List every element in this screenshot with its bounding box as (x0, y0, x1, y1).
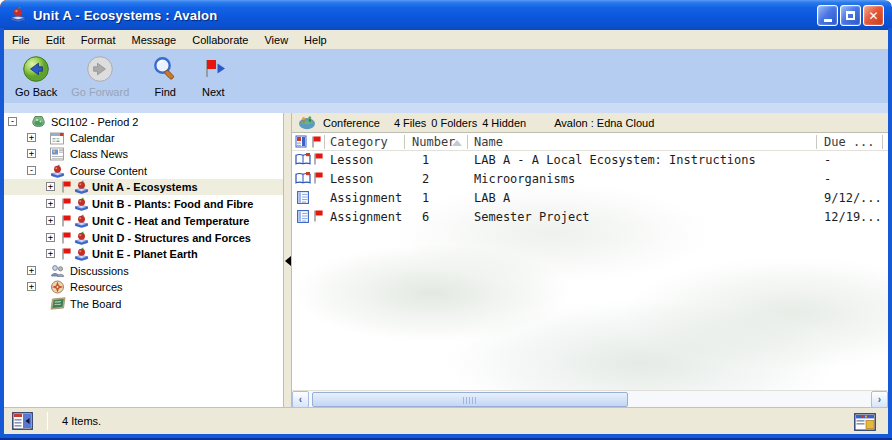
column-separator[interactable] (404, 135, 405, 149)
table-row-assignment-1[interactable]: Assignment 1 LAB A 9/12/... (292, 189, 888, 208)
tree-item-unit-e[interactable]: + Unit E - Planet Earth (4, 246, 283, 262)
next-button[interactable]: Next (194, 53, 232, 99)
tree-item-unit-c[interactable]: + Unit C - Heat and Temperature (4, 213, 283, 229)
column-due[interactable]: Due ... (824, 135, 875, 149)
maximize-button[interactable] (840, 5, 861, 26)
go-back-button[interactable]: Go Back (10, 53, 62, 99)
scroll-left-button[interactable]: ‹ (292, 391, 309, 407)
table-row-lesson-2[interactable]: Lesson 2 Microorganisms - (292, 170, 888, 189)
expand-toggle[interactable]: + (46, 182, 55, 191)
close-button[interactable]: ✕ (863, 5, 884, 26)
window-border (0, 434, 892, 440)
category-column-icon[interactable] (295, 135, 308, 148)
horizontal-scrollbar[interactable]: ‹ › (292, 390, 888, 407)
scrollbar-thumb[interactable] (312, 392, 628, 407)
conference-info-bar: Conference 4 Files 0 Folders 4 Hidden Av… (292, 113, 888, 133)
app-course-icon (9, 6, 27, 24)
flag-icon (313, 210, 324, 222)
row-number: 2 (422, 172, 429, 186)
menu-file[interactable]: File (4, 32, 38, 48)
news-icon (50, 147, 65, 163)
tree-item-unit-d[interactable]: + Unit D - Structures and Forces (4, 230, 283, 246)
menu-edit[interactable]: Edit (38, 32, 73, 48)
conference-content-panel: Conference 4 Files 0 Folders 4 Hidden Av… (292, 113, 888, 407)
row-category: Lesson (330, 153, 373, 167)
status-bar: 4 Items. (4, 407, 888, 434)
next-flag-icon (199, 54, 227, 84)
menu-help[interactable]: Help (296, 32, 335, 48)
column-separator[interactable] (882, 135, 883, 149)
tree-item-label: Discussions (70, 265, 129, 277)
item-count-label: 4 Items. (62, 415, 101, 427)
collapse-panel-arrow-icon[interactable] (285, 256, 291, 266)
conference-hidden-count: 4 Hidden (482, 117, 526, 129)
tree-item-the-board[interactable]: The Board (4, 296, 283, 312)
tree-item-class-news[interactable]: + Class News (4, 146, 283, 162)
course-icon (74, 247, 89, 264)
panel-splitter[interactable] (283, 113, 292, 407)
tree-item-label: Calendar (70, 132, 115, 144)
column-name[interactable]: Name (474, 135, 503, 149)
tree-item-label: Unit D - Structures and Forces (92, 232, 251, 244)
tree-item-course-content[interactable]: - Course Content (4, 163, 283, 179)
assignment-icon (297, 191, 309, 204)
scroll-right-button[interactable]: › (871, 391, 888, 407)
menu-collaborate[interactable]: Collaborate (184, 32, 256, 48)
column-category[interactable]: Category (330, 135, 388, 149)
table-row-assignment-6[interactable]: Assignment 6 Semester Project 12/19... (292, 208, 888, 227)
go-forward-icon (86, 54, 114, 84)
flag-column-icon[interactable] (311, 136, 322, 148)
toggle-list-pane-icon[interactable] (12, 412, 33, 430)
expand-toggle[interactable]: + (27, 282, 36, 291)
collapse-toggle[interactable]: - (27, 166, 36, 175)
toolbar-lower-strip (4, 103, 888, 113)
menu-format[interactable]: Format (73, 32, 124, 48)
row-name: LAB A - A Local Ecosystem: Instructions (474, 153, 756, 167)
tree-item-discussions[interactable]: + Discussions (4, 263, 283, 279)
maximize-icon (846, 11, 855, 20)
conference-owner: Avalon : Edna Cloud (554, 117, 654, 129)
class-icon (31, 115, 46, 131)
expand-toggle[interactable]: + (46, 216, 55, 225)
toggle-preview-pane-icon[interactable] (854, 413, 876, 431)
expand-toggle[interactable]: + (46, 199, 55, 208)
tree-item-unit-a[interactable]: + Unit A - Ecosystems (4, 179, 283, 195)
column-separator[interactable] (816, 135, 817, 149)
navigation-tree-panel: - SCI102 - Period 2 + Calendar + Class N… (4, 113, 283, 407)
go-forward-button[interactable]: Go Forward (66, 53, 134, 99)
row-category: Lesson (330, 172, 373, 186)
expand-toggle[interactable]: + (27, 266, 36, 275)
menu-message[interactable]: Message (124, 32, 185, 48)
tree-item-label: Unit E - Planet Earth (92, 248, 198, 260)
minimize-button[interactable] (817, 5, 838, 26)
row-due: - (824, 153, 831, 167)
expand-toggle[interactable]: + (27, 133, 36, 142)
tree-item-label: Class News (70, 148, 128, 160)
expand-toggle[interactable]: + (46, 249, 55, 258)
tree-item-class[interactable]: - SCI102 - Period 2 (4, 114, 283, 130)
tree-item-label: Unit A - Ecosystems (92, 181, 198, 193)
conference-files-count: 4 Files (394, 117, 426, 129)
flag-icon (61, 232, 72, 246)
row-number: 6 (422, 210, 429, 224)
tree-item-unit-b[interactable]: + Unit B - Plants: Food and Fibre (4, 196, 283, 212)
title-bar[interactable]: Unit A - Ecosystems : Avalon ✕ (0, 0, 892, 30)
row-name: Microorganisms (474, 172, 575, 186)
find-button[interactable]: Find (146, 53, 184, 99)
column-number[interactable]: Number (412, 135, 455, 149)
table-column-header: Category Number Name Due ... (292, 133, 888, 151)
conference-folders-count: 0 Folders (431, 117, 477, 129)
table-row-lesson-1[interactable]: Lesson 1 LAB A - A Local Ecosystem: Inst… (292, 151, 888, 170)
tree-item-calendar[interactable]: + Calendar (4, 130, 283, 146)
menu-bar: File Edit Format Message Collaborate Vie… (4, 30, 888, 49)
menu-view[interactable]: View (256, 32, 296, 48)
column-separator[interactable] (467, 135, 468, 149)
column-separator[interactable] (324, 135, 325, 149)
expand-toggle[interactable]: + (27, 149, 36, 158)
course-icon (74, 180, 89, 197)
expand-toggle[interactable]: + (46, 233, 55, 242)
collapse-toggle[interactable]: - (8, 117, 17, 126)
tree-item-resources[interactable]: + Resources (4, 279, 283, 295)
discussions-icon (50, 264, 65, 280)
row-number: 1 (422, 191, 429, 205)
